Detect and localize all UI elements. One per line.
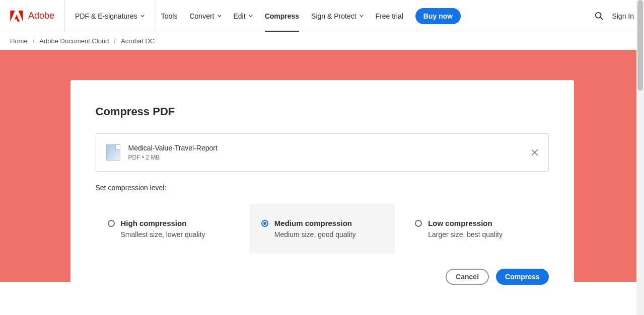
breadcrumb-current: Acrobat DC — [121, 37, 155, 45]
compression-label: Set compression level: — [96, 184, 549, 192]
sign-in-link[interactable]: Sign In — [612, 12, 634, 20]
option-title: Low compression — [428, 219, 536, 227]
option-desc: Smallest size, lower quality — [121, 230, 229, 239]
chevron-down-icon — [140, 15, 145, 17]
nav-pdf-esignatures[interactable]: PDF & E-signatures — [65, 0, 155, 32]
logo-section[interactable]: Adobe — [0, 0, 65, 32]
file-name: Medical-Value-Travel-Report — [128, 144, 523, 152]
svg-marker-1 — [10, 11, 15, 22]
option-text: Medium compression Medium size, good qua… — [274, 219, 383, 239]
breadcrumb-separator: / — [114, 37, 116, 45]
nav-convert[interactable]: Convert — [183, 0, 227, 32]
breadcrumb-home[interactable]: Home — [10, 37, 28, 45]
breadcrumb-separator: / — [33, 37, 35, 45]
adobe-logo: Adobe — [10, 11, 54, 22]
nav-free-trial[interactable]: Free trial — [370, 0, 409, 32]
breadcrumb-doc-cloud[interactable]: Adobe Document Cloud — [39, 37, 109, 45]
card-actions: Cancel Compress — [96, 269, 549, 285]
option-desc: Medium size, good quality — [274, 230, 383, 239]
option-low[interactable]: Low compression Larger size, best qualit… — [403, 204, 548, 254]
radio-icon — [108, 220, 115, 227]
option-text: Low compression Larger size, best qualit… — [428, 219, 536, 239]
radio-icon — [261, 220, 268, 227]
option-high[interactable]: High compression Smallest size, lower qu… — [96, 204, 241, 254]
svg-line-4 — [601, 17, 603, 20]
chevron-down-icon — [249, 15, 253, 17]
option-medium[interactable]: Medium compression Medium size, good qua… — [249, 204, 395, 254]
header: Adobe PDF & E-signatures Tools Convert E… — [0, 0, 644, 32]
radio-icon — [415, 220, 422, 227]
chevron-down-icon — [360, 15, 364, 17]
svg-marker-2 — [15, 15, 20, 22]
card-title: Compress PDF — [96, 105, 549, 118]
close-icon[interactable] — [531, 149, 538, 156]
file-info: Medical-Value-Travel-Report PDF • 2 MB — [128, 144, 523, 161]
brand-text: Adobe — [28, 11, 54, 21]
main-area: Compress PDF Medical-Value-Travel-Report… — [0, 50, 644, 315]
compression-options: High compression Smallest size, lower qu… — [96, 204, 549, 254]
file-meta: PDF • 2 MB — [128, 154, 523, 161]
buy-now-button[interactable]: Buy now — [415, 8, 461, 24]
svg-marker-0 — [18, 11, 23, 22]
nav-menu: PDF & E-signatures Tools Convert Edit Co… — [65, 0, 461, 32]
chevron-down-icon — [218, 15, 222, 17]
option-text: High compression Smallest size, lower qu… — [121, 219, 229, 239]
svg-point-3 — [596, 12, 601, 18]
option-desc: Larger size, best quality — [428, 230, 536, 239]
option-title: Medium compression — [274, 219, 383, 227]
option-title: High compression — [121, 219, 229, 227]
nav-edit[interactable]: Edit — [228, 0, 259, 32]
nav-compress[interactable]: Compress — [259, 0, 305, 32]
adobe-icon — [10, 11, 23, 22]
scrollbar[interactable] — [636, 0, 644, 315]
compress-button[interactable]: Compress — [496, 269, 548, 285]
header-right: Sign In — [595, 12, 634, 21]
search-icon[interactable] — [595, 12, 604, 21]
scrollbar-thumb[interactable] — [637, 0, 643, 91]
file-icon — [106, 144, 120, 161]
compress-card: Compress PDF Medical-Value-Travel-Report… — [70, 80, 574, 310]
file-box: Medical-Value-Travel-Report PDF • 2 MB — [96, 133, 549, 172]
nav-sign-protect[interactable]: Sign & Protect — [305, 0, 370, 32]
cancel-button[interactable]: Cancel — [446, 269, 489, 285]
nav-tools[interactable]: Tools — [155, 0, 184, 32]
breadcrumb: Home / Adobe Document Cloud / Acrobat DC — [0, 32, 644, 50]
